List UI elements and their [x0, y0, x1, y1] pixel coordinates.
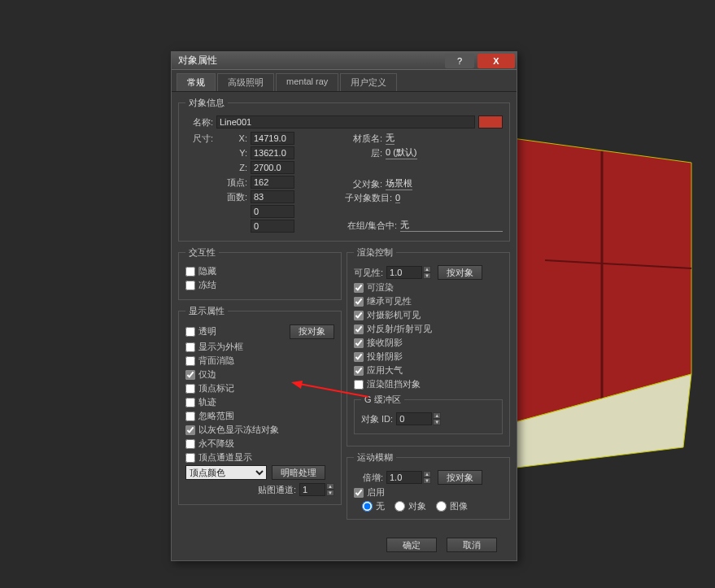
- dialog-title: 对象属性: [172, 54, 443, 68]
- chevron-up-icon[interactable]: ▲: [423, 266, 431, 272]
- render-group: 渲染控制 可见性: ▲▼ 按对象 可渲染 继承可见性 对摄影机可见 对反射/折射…: [347, 246, 510, 446]
- dim-z-field[interactable]: [251, 161, 294, 174]
- mapchannel-label: 贴图通道:: [258, 484, 299, 496]
- chevron-up-icon[interactable]: ▲: [423, 471, 431, 477]
- object-properties-dialog: 对象属性 ? X 常规 高级照明 mental ray 用户定义 对象信息 名称…: [171, 51, 517, 561]
- vcolor-select[interactable]: 顶点颜色: [185, 465, 267, 480]
- tab-general[interactable]: 常规: [177, 73, 216, 91]
- edgesonly-check[interactable]: 仅边: [185, 368, 334, 381]
- visibletocam-check[interactable]: 对摄影机可见: [354, 309, 503, 321]
- dim-label: 尺寸:: [185, 133, 216, 145]
- mb-byobject-button[interactable]: 按对象: [438, 470, 482, 485]
- tab-bar: 常规 高级照明 mental ray 用户定义: [172, 70, 517, 92]
- mb-object-radio[interactable]: [395, 501, 405, 512]
- transparent-check[interactable]: 透明: [185, 325, 290, 338]
- mult-spinner[interactable]: [386, 471, 422, 484]
- mat-value[interactable]: 无: [386, 132, 395, 145]
- dim-y-field[interactable]: [251, 146, 294, 159]
- faces-label: 面数:: [185, 191, 251, 203]
- receiveshadow-check[interactable]: 接收阴影: [354, 337, 503, 349]
- shaded-button[interactable]: 明暗处理: [272, 465, 325, 480]
- mat-label: 材质名:: [337, 133, 386, 145]
- backfacecull-check[interactable]: 背面消隐: [185, 355, 334, 367]
- object-color-swatch[interactable]: [478, 115, 503, 128]
- name-field[interactable]: [216, 115, 475, 128]
- object-info-legend: 对象信息: [185, 97, 228, 109]
- asbox-check[interactable]: 显示为外框: [185, 341, 334, 353]
- trajectory-check[interactable]: 轨迹: [185, 396, 334, 408]
- group-value: 无: [400, 219, 503, 232]
- layer-value[interactable]: 0 (默认): [386, 146, 417, 159]
- mb-enable-check[interactable]: 启用: [354, 486, 503, 499]
- mb-none-radio[interactable]: [362, 501, 373, 512]
- parent-value[interactable]: 场景根: [386, 177, 412, 190]
- inheritvis-check[interactable]: 继承可见性: [354, 295, 503, 307]
- motionblur-group: 运动模糊 倍增: ▲▼ 按对象 启用 无 对象 图像: [347, 451, 510, 520]
- display-legend: 显示属性: [185, 305, 228, 317]
- render-legend: 渲染控制: [354, 246, 396, 259]
- vcolordisplay-check[interactable]: 顶点通道显示: [185, 451, 334, 464]
- x-label: X:: [216, 133, 251, 143]
- mapchannel-spinner[interactable]: [299, 483, 325, 496]
- render-byobject-button[interactable]: 按对象: [438, 265, 482, 280]
- childcount-label: 子对象数目:: [337, 192, 395, 204]
- y-label: Y:: [216, 148, 251, 158]
- display-byobject-button[interactable]: 按对象: [290, 324, 334, 339]
- freeze-check[interactable]: 冻结: [185, 279, 334, 291]
- applyatmos-check[interactable]: 应用大气: [354, 364, 503, 377]
- motionblur-legend: 运动模糊: [354, 451, 396, 464]
- interactivity-legend: 交互性: [185, 246, 219, 259]
- group-label: 在组/集合中:: [337, 220, 400, 232]
- verts-label: 顶点:: [185, 176, 251, 189]
- display-group: 显示属性 透明 按对象 显示为外框 背面消隐 仅边 顶点标记 轨迹 忽略范围 以…: [178, 305, 342, 505]
- chevron-down-icon[interactable]: ▼: [326, 490, 334, 496]
- layer-label: 层:: [337, 147, 386, 159]
- ok-button[interactable]: 确定: [386, 538, 437, 552]
- parent-label: 父对象:: [337, 178, 386, 190]
- chevron-down-icon[interactable]: ▼: [423, 272, 431, 279]
- mb-image-radio[interactable]: [436, 501, 447, 512]
- verts-field[interactable]: [251, 176, 294, 189]
- viewport-3d-model: [488, 114, 700, 480]
- renderable-check[interactable]: 可渲染: [354, 281, 503, 294]
- castshadow-check[interactable]: 投射阴影: [354, 351, 503, 363]
- help-button[interactable]: ?: [445, 54, 474, 68]
- interactivity-group: 交互性 隐藏 冻结: [178, 246, 342, 300]
- visibility-label: 可见性:: [354, 267, 386, 279]
- cancel-button[interactable]: 取消: [447, 538, 497, 552]
- name-label: 名称:: [185, 116, 216, 128]
- dialog-footer: 确定 取消: [172, 533, 517, 560]
- occlusion-check[interactable]: 渲染阻挡对象: [354, 378, 503, 390]
- tab-mentalray[interactable]: mental ray: [276, 73, 338, 91]
- gbuffer-group: G 缓冲区 对象 ID: ▲▼: [354, 394, 503, 434]
- chevron-down-icon[interactable]: ▼: [433, 419, 441, 425]
- tab-userdef[interactable]: 用户定义: [340, 73, 397, 91]
- neverdegrade-check[interactable]: 永不降级: [185, 438, 334, 450]
- z-label: Z:: [216, 163, 251, 172]
- mult-label: 倍增:: [354, 472, 386, 484]
- visibility-spinner[interactable]: [386, 266, 422, 279]
- ignoreextents-check[interactable]: 忽略范围: [185, 410, 334, 422]
- vertexticks-check[interactable]: 顶点标记: [185, 382, 334, 394]
- chevron-up-icon[interactable]: ▲: [433, 412, 441, 419]
- chevron-down-icon[interactable]: ▼: [423, 477, 431, 484]
- visibletorefl-check[interactable]: 对反射/折射可见: [354, 323, 503, 335]
- titlebar[interactable]: 对象属性 ? X: [172, 52, 517, 70]
- close-button[interactable]: X: [477, 54, 515, 68]
- faces-field[interactable]: [251, 190, 294, 203]
- dim-x-field[interactable]: [251, 132, 294, 145]
- tab-adv-lighting[interactable]: 高级照明: [217, 73, 274, 91]
- gbuffer-legend: G 缓冲区: [361, 394, 404, 406]
- extra2-field[interactable]: [251, 220, 294, 233]
- childcount-value: 0: [395, 193, 400, 203]
- objid-label: 对象 ID:: [361, 413, 396, 425]
- object-info-group: 对象信息 名称: 尺寸: X: Y: Z: 顶点: 面数:: [178, 97, 510, 242]
- hide-check[interactable]: 隐藏: [185, 265, 334, 277]
- grayfrozen-check[interactable]: 以灰色显示冻结对象: [185, 424, 334, 436]
- chevron-up-icon[interactable]: ▲: [326, 483, 334, 490]
- extra1-field[interactable]: [251, 205, 294, 218]
- objid-spinner[interactable]: [396, 412, 432, 425]
